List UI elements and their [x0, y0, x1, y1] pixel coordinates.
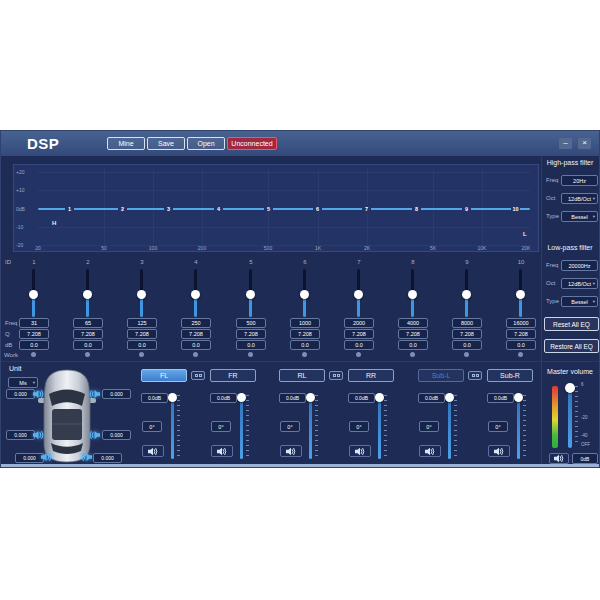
channel-gain-value[interactable]: 0.0dB: [418, 393, 445, 403]
slider-handle[interactable]: [306, 393, 315, 402]
unit-select[interactable]: Ms ▾: [8, 377, 38, 388]
band-q-value[interactable]: 7.208: [506, 329, 536, 339]
eq-band-marker[interactable]: 2: [118, 205, 127, 213]
band-freq-value[interactable]: 2000: [344, 318, 374, 328]
front-right-speaker-icon[interactable]: [89, 389, 100, 399]
slider-handle[interactable]: [408, 290, 417, 299]
slider-handle[interactable]: [516, 290, 525, 299]
band-freq-value[interactable]: 16000: [506, 318, 536, 328]
channel-mute-button[interactable]: [419, 445, 441, 457]
band-db-value[interactable]: 0.0: [19, 340, 49, 350]
eq-band-marker[interactable]: 1: [65, 205, 74, 213]
band-freq-value[interactable]: 65: [73, 318, 103, 328]
slider-handle[interactable]: [191, 290, 200, 299]
channel-gain-value[interactable]: 0.0dB: [348, 393, 375, 403]
band-q-value[interactable]: 7.208: [127, 329, 157, 339]
slider-handle[interactable]: [137, 290, 146, 299]
band-q-value[interactable]: 7.208: [19, 329, 49, 339]
band-gain-slider[interactable]: [194, 269, 197, 317]
eq-band-marker[interactable]: 4: [214, 205, 223, 213]
band-gain-slider[interactable]: [357, 269, 360, 317]
hp-freq-value[interactable]: 20Hz: [561, 175, 598, 186]
band-freq-value[interactable]: 125: [127, 318, 157, 328]
band-db-value[interactable]: 0.0: [181, 340, 211, 350]
slider-handle[interactable]: [375, 393, 384, 402]
band-db-value[interactable]: 0.0: [344, 340, 374, 350]
mid-left-speaker-icon[interactable]: [33, 430, 44, 440]
band-freq-value[interactable]: 1000: [290, 318, 320, 328]
delay-mid-right-value[interactable]: 0.000: [102, 430, 131, 440]
delay-rear-left-value[interactable]: 0.000: [15, 453, 44, 463]
band-work-indicator[interactable]: [31, 352, 36, 357]
eq-band-marker[interactable]: 6: [313, 205, 322, 213]
channel-phase-button[interactable]: 0°: [211, 421, 231, 432]
rear-left-speaker-icon[interactable]: [41, 452, 52, 462]
channel-gain-slider[interactable]: [378, 393, 381, 459]
master-mute-button[interactable]: [549, 453, 569, 464]
channel-gain-slider[interactable]: [448, 393, 451, 459]
channel-button-fr[interactable]: FR: [210, 369, 256, 382]
hp-oct-select[interactable]: 12dB/Oct ▾: [561, 193, 598, 204]
band-gain-slider[interactable]: [411, 269, 414, 317]
delay-front-left-value[interactable]: 0.000: [6, 389, 35, 399]
channel-mute-button[interactable]: [211, 445, 233, 457]
band-work-indicator[interactable]: [410, 352, 415, 357]
channel-mute-button[interactable]: [488, 445, 510, 457]
eq-band-marker[interactable]: 10: [511, 205, 520, 213]
slider-handle[interactable]: [300, 290, 309, 299]
band-freq-value[interactable]: 8000: [452, 318, 482, 328]
eq-band-marker[interactable]: 5: [264, 205, 273, 213]
channel-phase-button[interactable]: 0°: [280, 421, 300, 432]
band-q-value[interactable]: 7.208: [344, 329, 374, 339]
slider-handle[interactable]: [514, 393, 523, 402]
band-work-indicator[interactable]: [302, 352, 307, 357]
restore-all-eq-button[interactable]: Restore All EQ: [544, 339, 599, 353]
slider-handle[interactable]: [462, 290, 471, 299]
minimize-icon[interactable]: –: [559, 138, 572, 149]
eq-band-marker[interactable]: 8: [412, 205, 421, 213]
band-q-value[interactable]: 7.208: [181, 329, 211, 339]
low-pass-handle[interactable]: L: [523, 231, 527, 237]
band-gain-slider[interactable]: [86, 269, 89, 317]
channel-phase-button[interactable]: 0°: [142, 421, 162, 432]
delay-mid-left-value[interactable]: 0.000: [6, 430, 35, 440]
master-volume-slider[interactable]: [568, 384, 572, 448]
reset-all-eq-button[interactable]: Reset All EQ: [544, 317, 599, 331]
channel-gain-slider[interactable]: [171, 393, 174, 459]
band-gain-slider[interactable]: [249, 269, 252, 317]
channel-gain-value[interactable]: 0.0dB: [210, 393, 237, 403]
band-work-indicator[interactable]: [85, 352, 90, 357]
band-db-value[interactable]: 0.0: [506, 340, 536, 350]
delay-rear-right-value[interactable]: 0.000: [93, 453, 122, 463]
channel-phase-button[interactable]: 0°: [488, 421, 508, 432]
channel-phase-button[interactable]: 0°: [419, 421, 439, 432]
mine-button[interactable]: Mine: [107, 137, 145, 150]
band-q-value[interactable]: 7.208: [290, 329, 320, 339]
channel-gain-value[interactable]: 0.0dB: [141, 393, 168, 403]
channel-button-sub-r[interactable]: Sub-R: [487, 369, 533, 382]
band-db-value[interactable]: 0.0: [452, 340, 482, 350]
band-db-value[interactable]: 0.0: [290, 340, 320, 350]
band-gain-slider[interactable]: [303, 269, 306, 317]
close-icon[interactable]: ×: [578, 138, 591, 149]
channel-phase-button[interactable]: 0°: [349, 421, 369, 432]
channel-mute-button[interactable]: [349, 445, 371, 457]
mid-right-speaker-icon[interactable]: [89, 430, 100, 440]
eq-band-marker[interactable]: 9: [462, 205, 471, 213]
open-button[interactable]: Open: [187, 137, 225, 150]
channel-gain-slider[interactable]: [517, 393, 520, 459]
slider-handle[interactable]: [246, 290, 255, 299]
channel-mute-button[interactable]: [280, 445, 302, 457]
lp-oct-select[interactable]: 12dB/Oct ▾: [561, 278, 598, 289]
band-db-value[interactable]: 0.0: [73, 340, 103, 350]
front-left-speaker-icon[interactable]: [33, 389, 44, 399]
master-volume-value[interactable]: 0dB: [572, 453, 598, 464]
band-freq-value[interactable]: 500: [236, 318, 266, 328]
band-freq-value[interactable]: 31: [19, 318, 49, 328]
slider-handle[interactable]: [445, 393, 454, 402]
channel-gain-slider[interactable]: [240, 393, 243, 459]
band-work-indicator[interactable]: [356, 352, 361, 357]
eq-band-marker[interactable]: 7: [362, 205, 371, 213]
high-pass-handle[interactable]: H: [52, 220, 56, 226]
rear-right-speaker-icon[interactable]: [81, 452, 92, 462]
